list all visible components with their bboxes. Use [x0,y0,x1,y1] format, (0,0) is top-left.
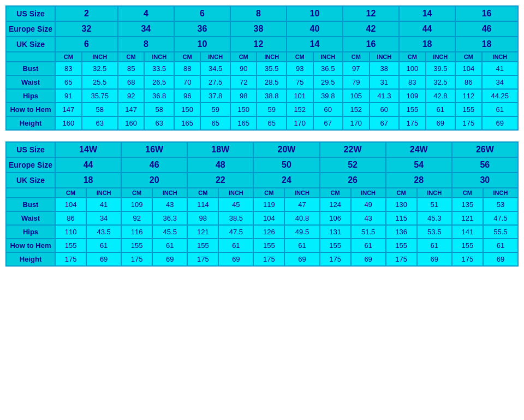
uk-size-value: 14 [287,37,343,52]
cm-value: 65 [55,75,82,89]
inch-value: 49 [351,198,386,211]
cm-value: 155 [452,239,483,252]
europe-size-value: 44 [399,21,455,37]
europe-size-value: 34 [118,21,174,37]
measurement-label: Bust [6,198,55,211]
cm-value: 165 [230,116,257,130]
uk-size-value: 12 [230,37,287,52]
cm-value: 106 [320,211,351,225]
measurement-label: Hips [6,225,55,239]
inch-value: 26.5 [144,75,174,89]
uk-size-value: 22 [187,173,253,188]
cm-header: CM [343,52,370,62]
cm-value: 116 [121,225,152,239]
cm-value: 104 [455,62,482,75]
measurement-label: Bust [6,62,55,75]
us-size-value: 20W [253,142,319,157]
cm-value: 101 [287,89,313,103]
uk-size-value: 10 [174,37,230,52]
europe-size-value: 46 [121,157,187,173]
inch-header: INCH [284,188,319,198]
measurement-label: How to Hem [6,239,55,252]
inch-header: INCH [200,52,230,62]
cm-value: 96 [174,89,201,103]
inch-value: 55.5 [483,225,518,239]
inch-value: 45.5 [152,225,187,239]
inch-value: 39.5 [426,62,455,75]
europe-size-value: 52 [320,157,386,173]
inch-header: INCH [482,52,518,62]
cm-value: 170 [343,116,370,130]
measurement-label: Height [6,252,55,266]
cm-value: 131 [320,225,351,239]
cm-value: 72 [230,75,257,89]
measurement-label: Hips [6,89,55,103]
inch-value: 61 [351,239,386,252]
cm-header: CM [55,52,82,62]
inch-value: 36.3 [152,211,187,225]
inch-value: 36.8 [144,89,174,103]
inch-header: INCH [152,188,187,198]
cm-value: 109 [121,198,152,211]
cm-value: 152 [287,103,313,116]
inch-value: 38.5 [218,211,253,225]
cm-value: 175 [452,252,483,266]
inch-value: 35.75 [82,89,118,103]
inch-value: 59 [200,103,230,116]
inch-value: 34.5 [200,62,230,75]
inch-value: 58 [82,103,118,116]
measurement-label: How to Hem [6,103,55,116]
cm-value: 175 [386,252,417,266]
inch-value: 31 [370,75,399,89]
cm-value: 175 [320,252,351,266]
cm-value: 109 [399,89,426,103]
cm-value: 88 [174,62,201,75]
cm-value: 114 [187,198,218,211]
us-size-value: 10 [287,6,343,21]
inch-header: INCH [82,52,118,62]
inch-value: 69 [426,116,455,130]
cm-value: 92 [118,89,145,103]
inch-header: INCH [86,188,121,198]
inch-value: 37.8 [200,89,230,103]
inch-value: 69 [152,252,187,266]
cm-value: 98 [230,89,257,103]
size-chart: US Size246810121416Europe Size3234363840… [5,5,519,267]
us-size-value: 6 [174,6,230,21]
europe-size-value: 56 [452,157,518,173]
europe-size-value: 46 [455,21,518,37]
inch-value: 43 [152,198,187,211]
uk-size-value: 24 [253,173,319,188]
inch-value: 61 [483,239,518,252]
cm-value: 175 [121,252,152,266]
uk-size-label: UK Size [6,173,55,188]
us-size-value: 16 [455,6,518,21]
cm-value: 175 [399,116,426,130]
cm-header: CM [452,188,483,198]
cm-value: 86 [455,75,482,89]
inch-value: 63 [82,116,118,130]
uk-size-value: 16 [343,37,399,52]
us-size-value: 16W [121,142,187,157]
inch-value: 53.5 [417,225,452,239]
cm-value: 150 [174,103,201,116]
cm-value: 150 [230,103,257,116]
uk-size-value: 26 [320,173,386,188]
cm-header: CM [121,188,152,198]
us-size-value: 8 [230,6,287,21]
cm-value: 97 [343,62,370,75]
cm-header: CM [174,52,201,62]
inch-value: 41 [482,62,518,75]
cm-value: 155 [121,239,152,252]
inch-value: 41.3 [370,89,399,103]
cm-value: 86 [55,211,86,225]
cm-value: 141 [452,225,483,239]
cm-value: 155 [187,239,218,252]
inch-value: 69 [417,252,452,266]
cm-header: CM [253,188,284,198]
cm-value: 175 [455,116,482,130]
cm-value: 83 [399,75,426,89]
cm-value: 147 [55,103,82,116]
cm-value: 112 [455,89,482,103]
inch-value: 47 [284,198,319,211]
